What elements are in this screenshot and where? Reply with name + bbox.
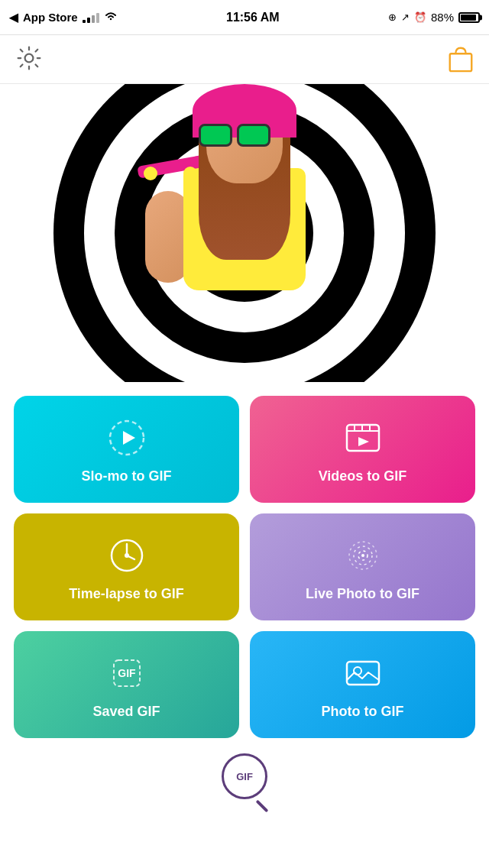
toolbar (0, 35, 489, 84)
alarm-icon: ⏰ (414, 11, 426, 23)
bottom-search-bar: GIF (0, 746, 489, 807)
svg-marker-9 (358, 437, 369, 446)
livephoto-label: Live Photo to GIF (306, 586, 419, 602)
livephoto-icon (340, 533, 386, 578)
savedgif-icon: GIF (104, 650, 150, 696)
wifi-icon (104, 11, 118, 24)
photo-label: Photo to GIF (322, 704, 404, 720)
location-icon: ⊕ (388, 11, 397, 23)
photo-to-gif-button[interactable]: Photo to GIF (250, 631, 475, 738)
svg-rect-18 (347, 662, 379, 685)
battery-percent: 88% (431, 11, 454, 24)
svg-marker-3 (123, 431, 135, 445)
svg-rect-1 (450, 53, 472, 71)
direction-icon: ↗ (401, 11, 410, 23)
gif-search-button[interactable]: GIF (222, 753, 267, 799)
status-right: ⊕ ↗ ⏰ 88% (388, 11, 480, 24)
back-arrow: ◀ (9, 11, 18, 24)
search-handle (256, 800, 269, 813)
shopping-bag-button[interactable] (448, 44, 474, 76)
svg-point-11 (125, 553, 129, 558)
hero-image (0, 84, 489, 382)
battery-icon (458, 12, 480, 23)
feature-grid: Slo-mo to GIF Videos to GIF Time-l (0, 382, 489, 746)
savedgif-label: Saved GIF (92, 704, 160, 720)
timelapse-to-gif-button[interactable]: Time-lapse to GIF (14, 513, 239, 620)
timelapse-icon (104, 533, 150, 578)
svg-text:GIF: GIF (118, 667, 136, 679)
slo-mo-icon (104, 415, 150, 461)
carrier-label: App Store (23, 11, 78, 24)
signal-bars (83, 12, 99, 23)
svg-point-0 (25, 53, 34, 62)
settings-button[interactable] (15, 44, 43, 75)
live-photo-to-gif-button[interactable]: Live Photo to GIF (250, 513, 475, 620)
gif-search-label: GIF (236, 771, 253, 782)
svg-point-15 (361, 554, 364, 557)
status-bar: ◀ App Store 11:56 AM ⊕ ↗ ⏰ 88% (0, 0, 489, 35)
videos-icon (340, 415, 386, 461)
saved-gif-button[interactable]: GIF Saved GIF (14, 631, 239, 738)
slo-mo-label: Slo-mo to GIF (82, 468, 172, 484)
status-time: 11:56 AM (226, 11, 280, 24)
photo-icon (340, 650, 386, 696)
videos-to-gif-button[interactable]: Videos to GIF (250, 396, 475, 503)
slo-mo-to-gif-button[interactable]: Slo-mo to GIF (14, 396, 239, 503)
timelapse-label: Time-lapse to GIF (69, 586, 184, 602)
status-left: ◀ App Store (9, 11, 118, 24)
videos-label: Videos to GIF (319, 468, 407, 484)
